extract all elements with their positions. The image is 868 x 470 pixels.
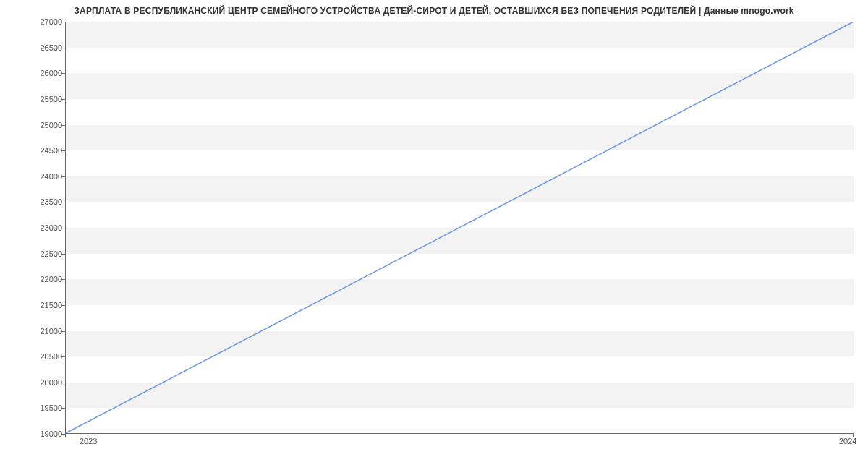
- chart-container: ЗАРПЛАТА В РЕСПУБЛИКАНСКИЙ ЦЕНТР СЕМЕЙНО…: [0, 0, 868, 470]
- data-line: [66, 22, 854, 433]
- x-tick-mark: [65, 434, 66, 437]
- y-tick-label: 22500: [12, 249, 62, 258]
- svg-line-0: [66, 22, 854, 433]
- y-tick-label: 27000: [12, 17, 62, 26]
- y-tick-label: 25000: [12, 121, 62, 129]
- plot-area: [65, 22, 854, 434]
- y-tick-label: 26000: [12, 69, 62, 77]
- y-tick-label: 19000: [12, 430, 62, 438]
- y-tick-label: 26500: [12, 43, 62, 52]
- chart-title: ЗАРПЛАТА В РЕСПУБЛИКАНСКИЙ ЦЕНТР СЕМЕЙНО…: [0, 6, 868, 16]
- y-tick-label: 25500: [12, 95, 62, 103]
- y-tick-label: 24500: [12, 146, 62, 155]
- y-tick-label: 22000: [12, 275, 62, 283]
- y-tick-label: 20000: [12, 378, 62, 387]
- y-tick-label: 20500: [12, 352, 62, 361]
- y-tick-label: 23500: [12, 197, 62, 206]
- y-tick-label: 21500: [12, 301, 62, 309]
- y-tick-label: 19500: [12, 403, 62, 412]
- x-tick-label: 2024: [839, 437, 856, 445]
- x-tick-label: 2023: [80, 437, 97, 445]
- y-tick-label: 24000: [12, 172, 62, 181]
- y-tick-label: 21000: [12, 327, 62, 336]
- y-tick-label: 23000: [12, 223, 62, 232]
